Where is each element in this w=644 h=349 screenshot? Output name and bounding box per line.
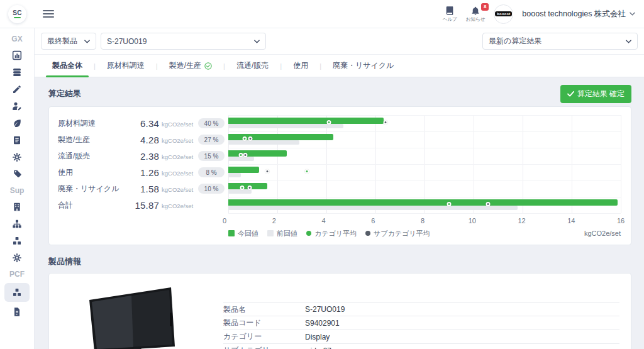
account-menu[interactable]: booost technologies 株式会社 <box>522 9 635 19</box>
sidebar-item-gx-database-1[interactable] <box>4 64 30 80</box>
sidebar-item-gx-pen-2[interactable] <box>4 80 30 97</box>
previous-value-bar <box>228 189 252 194</box>
chart-row-5: 合計15.87kgCO2e/set <box>58 197 225 213</box>
notifications-label: お知らせ <box>466 16 486 23</box>
product-info-card: 製品名S-27UO019製品コードS9402901カテゴリーDisplayサブカ… <box>48 273 631 349</box>
subcategory-average-dot <box>265 169 270 174</box>
value-number: 4.28 <box>128 135 159 145</box>
app-logo[interactable]: SC <box>8 5 26 23</box>
product-attribute-label: サブカテゴリー <box>223 345 305 349</box>
category-average-dot <box>326 120 331 125</box>
chart-row-1: 製造/生産4.28kgCO2e/set27 % <box>58 131 225 148</box>
product-select[interactable]: S-27UO019 <box>101 33 266 50</box>
previous-value-bar <box>228 140 299 145</box>
sidebar-item-sup-building-0[interactable] <box>4 198 30 215</box>
tab-2[interactable]: 製造/生産 <box>158 55 223 77</box>
menu-button[interactable] <box>43 8 54 19</box>
current-value-bar <box>228 167 259 173</box>
cubes-icon <box>12 236 22 246</box>
subcategory-average-dot <box>383 120 387 125</box>
sidebar-item-sup-sitemap-1[interactable] <box>4 215 30 232</box>
value-number: 1.58 <box>128 184 159 194</box>
product-attribute-value: S-27UO019 <box>305 305 345 314</box>
chevron-down-icon <box>248 40 260 43</box>
tab-label: 原材料調達 <box>107 60 145 71</box>
tab-4[interactable]: 使用 <box>282 55 319 77</box>
confirm-results-button[interactable]: 算定結果 確定 <box>560 85 631 103</box>
product-attribute-row-2: カテゴリーDisplay <box>223 330 619 344</box>
sidebar-item-gx-tags-7[interactable] <box>4 165 30 182</box>
sidebar-item-sup-gear-3[interactable] <box>4 249 30 266</box>
main-area: 最終製品 S-27UO019 最新の算定結果 製品全体|原材料調達|製造/生産|… <box>35 28 644 349</box>
chart-band-2 <box>228 148 621 164</box>
help-label: ヘルプ <box>443 16 457 23</box>
leaf-icon <box>12 118 22 128</box>
emissions-bar-chart <box>228 115 621 213</box>
product-attribute-label: 製品名 <box>223 304 305 315</box>
category-average-dot <box>447 202 452 206</box>
sidebar-item-pcf-cubes-0[interactable] <box>4 283 30 302</box>
sidebar-item-gx-bar-chart-0[interactable] <box>4 47 30 64</box>
sidebar-section-label-sup: Sup <box>10 182 25 198</box>
category-label: 廃棄・リサイクル <box>58 184 128 194</box>
tab-product-overall[interactable]: 製品全体 <box>41 55 94 77</box>
product-type-select[interactable]: 最終製品 <box>41 33 96 50</box>
category-average-dot <box>238 153 243 157</box>
subcategory-average-dot <box>243 153 248 157</box>
value-unit: kgCO2e/set <box>162 135 198 144</box>
legend-label: カテゴリ平均 <box>314 229 357 238</box>
sidebar-item-gx-leaf-4[interactable] <box>4 114 30 131</box>
sidebar-section-label-gx: GX <box>11 31 22 47</box>
chart-value-list: 原材料調達6.34kgCO2e/set40 %製造/生産4.28kgCO2e/s… <box>58 115 225 226</box>
tab-3[interactable]: 流通/販売 <box>225 55 280 77</box>
company-avatar[interactable]: booost <box>494 4 513 24</box>
x-tick-label: 14 <box>567 217 575 224</box>
sidebar-item-gx-gear-6[interactable] <box>4 148 30 165</box>
sidebar-nav: GXSupPCF <box>0 28 35 349</box>
value-number: 1.26 <box>128 167 159 178</box>
previous-value-bar <box>228 206 518 210</box>
category-average-dot <box>243 136 247 141</box>
product-attribute-value: wide-27 <box>305 346 331 349</box>
sidebar-item-sup-cubes-2[interactable] <box>4 232 30 249</box>
tags-icon <box>12 169 22 179</box>
result-version-select[interactable]: 最新の算定結果 <box>482 33 638 50</box>
value-unit: kgCO2e/set <box>162 119 198 128</box>
tab-5[interactable]: 廃棄・リサイクル <box>321 55 405 77</box>
help-book-icon <box>445 6 455 16</box>
value-unit: kgCO2e/set <box>162 184 198 193</box>
chart-x-axis: 0246810121416 <box>225 216 621 226</box>
notifications-button[interactable]: 8 お知らせ <box>466 6 486 23</box>
chart-band-4 <box>228 180 621 197</box>
sidebar-item-gx-clipboard-5[interactable] <box>4 131 30 148</box>
value-number: 2.38 <box>128 151 159 162</box>
tab-1[interactable]: 原材料調達 <box>96 55 156 77</box>
category-label: 流通/販売 <box>58 151 128 162</box>
sidebar-item-pcf-document-1[interactable] <box>4 303 30 320</box>
chart-row-4: 廃棄・リサイクル1.58kgCO2e/set10 % <box>58 180 225 197</box>
axis-unit-label: kgCO2e/set <box>584 230 621 237</box>
chart-row-0: 原材料調達6.34kgCO2e/set40 % <box>58 115 225 131</box>
company-avatar-text: booost <box>495 11 512 16</box>
previous-value-bar <box>228 157 254 161</box>
subcategory-average-dot <box>486 202 491 206</box>
chart-row-3: 使用1.26kgCO2e/set8 % <box>58 164 225 180</box>
chart-band-1 <box>228 131 621 148</box>
x-tick-label: 6 <box>371 217 375 224</box>
value-unit: kgCO2e/set <box>162 152 198 160</box>
results-section: 算定結果 算定結果 確定 原材料調達6.34kgCO2e/set40 %製造/生… <box>48 85 631 245</box>
value-unit: kgCO2e/set <box>162 168 198 177</box>
top-header: SC ヘルプ 8 お知らせ booost booost technologies… <box>0 0 644 28</box>
help-button[interactable]: ヘルプ <box>443 6 457 23</box>
previous-value-bar <box>228 124 343 128</box>
percent-badge: 27 % <box>198 135 225 145</box>
product-attribute-value: S9402901 <box>305 319 340 328</box>
category-label: 使用 <box>58 167 128 178</box>
cubes-icon <box>12 287 22 297</box>
results-title: 算定結果 <box>48 88 81 99</box>
building-icon <box>12 202 22 212</box>
current-value-bar <box>228 150 287 157</box>
clipboard-icon <box>12 135 22 145</box>
sidebar-item-gx-user-edit-3[interactable] <box>4 97 30 114</box>
chart-band-3 <box>228 164 621 180</box>
